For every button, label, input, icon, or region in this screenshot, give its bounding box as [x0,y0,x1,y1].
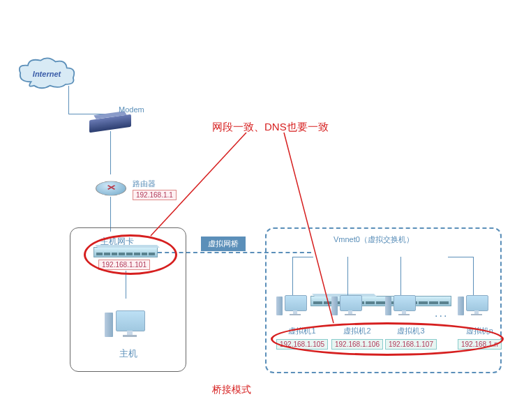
virtual-bridge-label: 虚拟网桥 [201,237,246,251]
svg-line-0 [151,133,246,236]
link-vm2 [347,257,348,295]
annotation-text: 网段一致、DNS也要一致 [212,121,329,134]
highlight-host-nic [84,234,177,275]
link-vm1b [292,257,313,257]
host-pc [105,310,147,349]
router: ✕ [96,176,126,201]
router-label: 路由器 [133,179,156,189]
highlight-vm-ips [271,322,504,356]
link-vmnb [448,257,473,257]
link-router-host [110,197,111,232]
link-nic-pc [126,271,126,299]
link-modem-router [110,131,111,174]
modem-label: Modem [119,105,144,114]
link-vmn [473,257,474,295]
link-cloud-modem [68,86,69,114]
internet-label: Internet [33,70,61,78]
computer-icon [331,295,363,324]
modem-icon [89,114,131,133]
vm-ellipsis: ... [435,307,448,320]
diagram-title: 桥接模式 [212,384,251,396]
router-icon: ✕ [96,181,126,196]
vswitch-label: Vmnet0（虚拟交换机） [334,234,414,245]
modem [89,117,131,130]
link-vm1 [292,257,293,295]
computer-icon [385,295,417,324]
router-ip: 192.168.1.1 [133,190,177,200]
computer-icon [276,295,308,324]
computer-icon [458,295,489,324]
host-label: 主机 [119,347,137,360]
link-vm3 [400,257,401,295]
